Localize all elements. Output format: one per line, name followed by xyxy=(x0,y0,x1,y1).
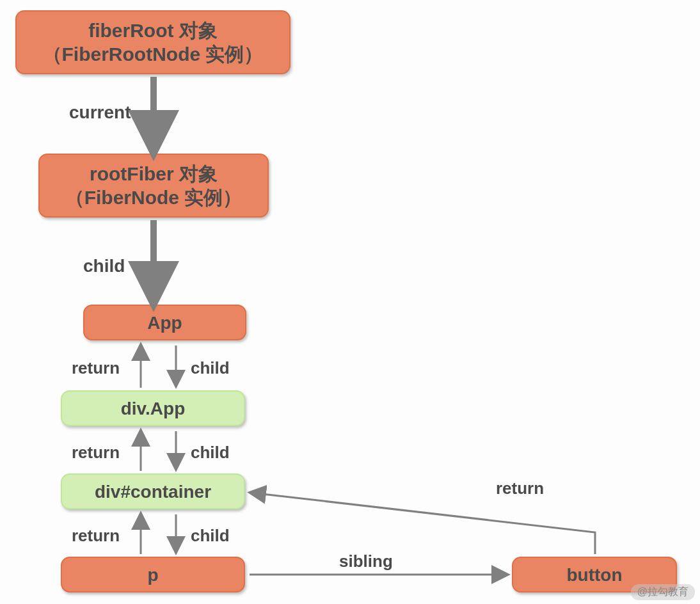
node-fiber-root: fiberRoot 对象 （FiberRootNode 实例） xyxy=(15,10,290,74)
label-child-1: child xyxy=(83,256,125,276)
node-root-fiber-line1: rootFiber 对象 xyxy=(65,162,243,186)
node-root-fiber-line2: （FiberNode 实例） xyxy=(65,186,243,210)
label-return-2: return xyxy=(72,443,120,463)
label-child-2: child xyxy=(191,358,230,378)
node-div-app: div.App xyxy=(61,390,245,426)
arrow-return-button-container xyxy=(251,493,595,554)
node-div-container: div#container xyxy=(61,473,245,509)
node-root-fiber: rootFiber 对象 （FiberNode 实例） xyxy=(38,154,269,218)
arrows-overlay xyxy=(0,0,700,604)
label-child-4: child xyxy=(191,526,230,546)
label-current: current xyxy=(69,102,131,123)
watermark: @拉勾教育 xyxy=(631,584,695,600)
diagram-canvas: fiberRoot 对象 （FiberRootNode 实例） rootFibe… xyxy=(0,0,700,604)
node-fiber-root-line2: （FiberRootNode 实例） xyxy=(43,42,264,67)
label-return-3: return xyxy=(72,526,120,546)
label-sibling: sibling xyxy=(339,552,393,571)
label-return-1: return xyxy=(72,358,120,378)
node-fiber-root-line1: fiberRoot 对象 xyxy=(43,19,264,43)
node-app: App xyxy=(83,305,246,340)
label-child-3: child xyxy=(191,443,230,463)
node-p: p xyxy=(61,557,245,592)
label-return-button: return xyxy=(496,479,544,498)
